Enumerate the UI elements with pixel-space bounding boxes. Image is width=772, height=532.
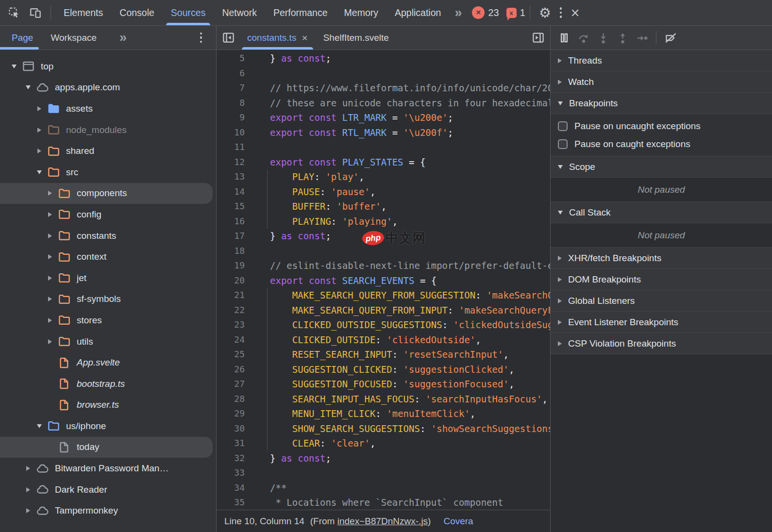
- tree-item-jet[interactable]: jet: [0, 267, 216, 289]
- section-event-listener-breakpoints[interactable]: Event Listener Breakpoints: [551, 312, 772, 333]
- line-number[interactable]: 10: [217, 125, 254, 140]
- section-call-stack[interactable]: Call Stack: [551, 202, 772, 223]
- line-content[interactable]: export const PLAY_STATES = {: [254, 155, 550, 170]
- tree-item-top[interactable]: top: [0, 56, 216, 77]
- inspect-icon[interactable]: [4, 0, 25, 25]
- line-number[interactable]: 18: [217, 244, 254, 259]
- line-number[interactable]: 30: [217, 421, 254, 436]
- issues-badge-icon[interactable]: x: [506, 8, 517, 18]
- line-number[interactable]: 22: [217, 303, 254, 318]
- caret-right-icon[interactable]: [45, 191, 55, 196]
- line-content[interactable]: export const RTL_MARK = '\u200f';: [254, 125, 550, 140]
- tab-page[interactable]: Page: [12, 26, 33, 50]
- tree-item-assets[interactable]: assets: [0, 98, 216, 119]
- line-number[interactable]: 19: [217, 258, 254, 273]
- line-number[interactable]: 6: [217, 66, 254, 81]
- navigator-kebab-menu-icon[interactable]: [196, 26, 207, 50]
- more-navigator-tabs-chevron-icon[interactable]: »: [114, 30, 132, 45]
- tab-elements[interactable]: Elements: [55, 0, 111, 25]
- tree-item-config[interactable]: config: [0, 204, 216, 225]
- hide-navigator-icon[interactable]: [218, 26, 239, 50]
- line-content[interactable]: * Locations where `SearchInput` componen…: [254, 495, 550, 510]
- section-csp-violation-breakpoints[interactable]: CSP Violation Breakpoints: [551, 333, 772, 354]
- editor-tab-shelfitem-svelte[interactable]: ShelfItem.svelte: [316, 26, 397, 50]
- line-content[interactable]: SEARCH_INPUT_HAS_FOCUS: 'searchInputHasF…: [254, 392, 550, 407]
- device-toolbar-icon[interactable]: [25, 0, 46, 25]
- line-content[interactable]: SHOW_SEARCH_SUGGESTIONS: 'showSearchSugg…: [254, 421, 550, 436]
- line-content[interactable]: SUGGESTION_CLICKED: 'suggestionClicked',: [254, 362, 550, 377]
- more-panels-chevron-icon[interactable]: »: [449, 5, 467, 20]
- line-number[interactable]: 17: [217, 229, 254, 244]
- tree-item-today[interactable]: today: [0, 437, 213, 458]
- line-content[interactable]: MENU_ITEM_CLICK: 'menuItemClick',: [254, 406, 550, 421]
- line-number[interactable]: 27: [217, 377, 254, 392]
- line-content[interactable]: CLICKED_OUTSIDE_SUGGESTIONS: 'clickedOut…: [254, 317, 550, 332]
- tree-item-bitwarden-password-man[interactable]: Bitwarden Password Man…: [0, 458, 216, 479]
- line-content[interactable]: PLAYING: 'playing',: [254, 214, 550, 229]
- line-content[interactable]: PLAY: 'play',: [254, 169, 550, 184]
- line-number[interactable]: 9: [217, 110, 254, 125]
- section-dom-breakpoints[interactable]: DOM Breakpoints: [551, 269, 772, 290]
- line-number[interactable]: 25: [217, 347, 254, 362]
- line-number[interactable]: 12: [217, 155, 254, 170]
- tab-application[interactable]: Application: [386, 0, 449, 25]
- line-number[interactable]: 20: [217, 273, 254, 288]
- line-number[interactable]: 23: [217, 317, 254, 332]
- settings-gear-icon[interactable]: ⚙: [535, 0, 555, 25]
- line-number[interactable]: 32: [217, 451, 254, 466]
- step-icon[interactable]: [632, 28, 652, 48]
- deactivate-breakpoints-icon[interactable]: [661, 28, 680, 48]
- line-number[interactable]: 33: [217, 466, 254, 481]
- caret-right-icon[interactable]: [23, 466, 34, 471]
- editor-tab-constants-ts[interactable]: constants.ts×: [239, 26, 316, 50]
- caret-right-icon[interactable]: [34, 128, 45, 133]
- pause-icon[interactable]: [554, 28, 574, 48]
- tree-item-dark-reader[interactable]: Dark Reader: [0, 479, 216, 500]
- section-breakpoints[interactable]: Breakpoints: [551, 93, 772, 114]
- line-content[interactable]: [254, 140, 550, 155]
- caret-right-icon[interactable]: [45, 233, 55, 238]
- error-badge-icon[interactable]: ×: [472, 6, 485, 19]
- line-content[interactable]: } as const;: [254, 229, 550, 244]
- line-content[interactable]: export const SEARCH_EVENTS = {: [254, 273, 550, 288]
- caret-right-icon[interactable]: [45, 212, 55, 217]
- caret-right-icon[interactable]: [45, 254, 55, 259]
- tree-item-shared[interactable]: shared: [0, 140, 216, 162]
- line-content[interactable]: // https://www.fileformat.info/info/unic…: [254, 81, 550, 96]
- caret-down-icon[interactable]: [9, 65, 19, 68]
- line-number[interactable]: 16: [217, 214, 254, 229]
- line-content[interactable]: PAUSE: 'pause',: [254, 184, 550, 200]
- line-content[interactable]: MAKE_SEARCH_QUERY_FROM_INPUT: 'makeSearc…: [254, 303, 550, 318]
- checkbox-row-pause-on-uncaught-exceptions[interactable]: Pause on uncaught exceptions: [551, 117, 772, 135]
- line-content[interactable]: // eslint-disable-next-line import/prefe…: [254, 258, 550, 273]
- line-content[interactable]: MAKE_SEARCH_QUERY_FROM_SUGGESTION: 'make…: [254, 288, 550, 303]
- caret-right-icon[interactable]: [45, 339, 55, 344]
- line-number[interactable]: 15: [217, 199, 254, 214]
- line-content[interactable]: } as const;: [254, 451, 550, 466]
- tree-item-utils[interactable]: utils: [0, 331, 216, 352]
- dock-side-icon[interactable]: [527, 26, 549, 50]
- close-icon[interactable]: ×: [566, 0, 584, 25]
- line-content[interactable]: [254, 66, 550, 81]
- tree-item-bootstrap-ts[interactable]: bootstrap.ts: [0, 373, 216, 395]
- tab-performance[interactable]: Performance: [265, 0, 336, 25]
- section-scope[interactable]: Scope: [551, 156, 772, 178]
- line-number[interactable]: 5: [217, 51, 254, 66]
- tree-item-stores[interactable]: stores: [0, 310, 216, 331]
- line-content[interactable]: export const LTR_MARK = '\u200e';: [254, 110, 550, 125]
- caret-right-icon[interactable]: [23, 508, 34, 513]
- tree-item-us-iphone[interactable]: us/iphone: [0, 416, 216, 437]
- tab-console[interactable]: Console: [111, 0, 163, 25]
- step-into-icon[interactable]: [593, 28, 613, 48]
- tab-network[interactable]: Network: [214, 0, 265, 25]
- kebab-menu-icon[interactable]: [555, 0, 567, 25]
- line-number[interactable]: 13: [217, 169, 254, 184]
- tree-item-apps-apple-com[interactable]: apps.apple.com: [0, 77, 216, 99]
- line-number[interactable]: 8: [217, 96, 254, 111]
- tree-item-app-svelte[interactable]: App.svelte: [0, 352, 216, 373]
- line-number[interactable]: 26: [217, 362, 254, 377]
- source-map-link[interactable]: index~B87DnNzwx-.js: [337, 516, 428, 526]
- caret-right-icon[interactable]: [23, 487, 34, 492]
- section-watch[interactable]: Watch: [551, 71, 772, 93]
- line-content[interactable]: [254, 466, 550, 481]
